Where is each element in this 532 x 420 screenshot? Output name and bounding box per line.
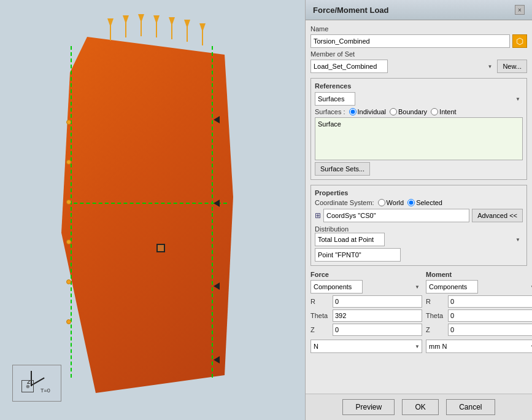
dot-2 [66, 160, 71, 165]
radio-intent-text: Intent [439, 108, 457, 115]
force-type-select[interactable]: Components [310, 280, 363, 294]
black-arrow-1 [214, 116, 220, 123]
references-section: References Surfaces Surfaces : Individua… [310, 78, 527, 180]
radio-selected-text: Selected [416, 199, 442, 206]
force-z-input[interactable] [333, 324, 422, 336]
surface-list: Surface [315, 117, 523, 160]
moment-type-wrapper: Components [426, 280, 532, 294]
name-row: ⬡ [310, 34, 527, 48]
name-input[interactable] [310, 34, 510, 48]
surfaces-label: Surfaces : [315, 108, 345, 115]
radio-individual-label[interactable]: Individual [349, 108, 386, 115]
name-group: Name ⬡ [310, 25, 527, 48]
advanced-button[interactable]: Advanced << [472, 209, 523, 222]
radio-intent[interactable] [431, 108, 438, 115]
force-r-input[interactable] [333, 295, 422, 308]
force-unit-select[interactable]: N [310, 340, 422, 353]
radio-selected[interactable] [407, 199, 415, 206]
black-arrow-4 [214, 356, 220, 364]
coord-system-label: Coordinate System: [315, 199, 374, 206]
force-moment-row: Force Components R Theta Z [310, 271, 527, 353]
member-group: Member of Set Load_Set_Combined New... [310, 50, 527, 73]
force-theta-row: Theta [310, 309, 422, 322]
arrow-stem-2 [125, 20, 126, 37]
new-button[interactable]: New... [497, 60, 527, 73]
cancel-button[interactable]: Cancel [446, 399, 495, 415]
dialog-titlebar: Force/Moment Load × [306, 0, 532, 20]
dot-6 [66, 319, 71, 324]
properties-title: Properties [315, 189, 523, 196]
arrow-stem-4 [156, 20, 157, 37]
moment-title: Moment [426, 271, 532, 278]
axis-indicator: Z T=0 ⊕ [12, 365, 61, 402]
references-title: References [315, 82, 523, 90]
surface-sets-button[interactable]: Surface Sets... [315, 162, 370, 176]
moment-theta-label: Theta [426, 312, 445, 319]
coord-row: ⊞ Advanced << [315, 209, 523, 222]
radio-selected-label[interactable]: Selected [407, 199, 442, 206]
dot-4 [66, 239, 71, 244]
distribution-select[interactable]: Total Load at Point [315, 233, 385, 246]
member-select-wrapper: Load_Set_Combined [310, 60, 495, 73]
moment-r-input[interactable] [448, 295, 532, 308]
moment-theta-input[interactable] [448, 309, 532, 322]
dialog-body: Name ⬡ Member of Set Load_Set_Combined N… [306, 20, 532, 394]
force-theta-input[interactable] [333, 309, 422, 322]
radio-boundary[interactable] [390, 108, 397, 115]
dialog-title: Force/Moment Load [313, 6, 389, 15]
force-type-wrapper: Components [310, 280, 422, 294]
black-arrow-3 [214, 282, 220, 290]
radio-individual[interactable] [349, 108, 357, 115]
moment-z-input[interactable] [448, 324, 532, 336]
arrow-stem-3 [141, 19, 142, 36]
radio-world-label[interactable]: World [378, 199, 404, 206]
force-r-row: R [310, 295, 422, 308]
close-button[interactable]: × [515, 5, 525, 15]
preview-button[interactable]: Preview [342, 399, 395, 415]
moment-column: Moment Components R Theta Z [426, 271, 532, 353]
dashed-line-mid [67, 203, 227, 204]
radio-intent-label[interactable]: Intent [431, 108, 457, 115]
distribution-label: Distribution [315, 225, 523, 233]
arrow-stem-1 [110, 23, 111, 41]
moment-type-select[interactable]: Components [426, 280, 478, 294]
black-arrow-2 [214, 200, 220, 207]
coord-radio-group: Coordinate System: World Selected [315, 199, 523, 206]
cs-circle: ⊕ [21, 380, 34, 392]
dot-1 [66, 120, 71, 125]
center-marker [156, 244, 165, 252]
dot-3 [66, 200, 71, 204]
ok-button[interactable]: OK [402, 399, 439, 415]
coord-input[interactable] [323, 209, 469, 222]
dot-5 [66, 279, 71, 284]
3d-shape [37, 12, 258, 405]
ref-type-wrapper: Surfaces [315, 92, 523, 106]
t-label: T=0 [40, 387, 50, 394]
arrow-stem-7 [202, 28, 203, 45]
arrow-stem-5 [171, 22, 172, 39]
force-theta-label: Theta [310, 312, 330, 319]
point-input-row [315, 248, 523, 262]
coord-icon: ⊞ [315, 211, 321, 220]
radio-boundary-label[interactable]: Boundary [390, 108, 427, 115]
force-r-label: R [310, 298, 330, 305]
member-select[interactable]: Load_Set_Combined [310, 60, 388, 73]
moment-z-label: Z [426, 326, 445, 333]
moment-unit-select[interactable]: mm N [426, 340, 532, 353]
moment-z-row: Z [426, 324, 532, 336]
dialog-footer: Preview OK Cancel [306, 394, 532, 420]
force-column: Force Components R Theta Z [310, 271, 422, 353]
radio-world[interactable] [378, 199, 385, 206]
surface-item: Surface [318, 120, 341, 128]
name-label: Name [310, 25, 527, 33]
point-input[interactable] [315, 248, 401, 262]
viewport-3d: Z T=0 ⊕ [0, 0, 305, 420]
moment-theta-row: Theta [426, 309, 532, 322]
name-icon-btn[interactable]: ⬡ [512, 34, 527, 48]
moment-r-row: R [426, 295, 532, 308]
distribution-select-wrapper: Total Load at Point [315, 233, 523, 246]
force-unit-wrapper: N [310, 340, 422, 353]
moment-r-label: R [426, 298, 445, 305]
ref-type-select[interactable]: Surfaces [315, 92, 355, 106]
arrow-stem-6 [187, 25, 188, 42]
